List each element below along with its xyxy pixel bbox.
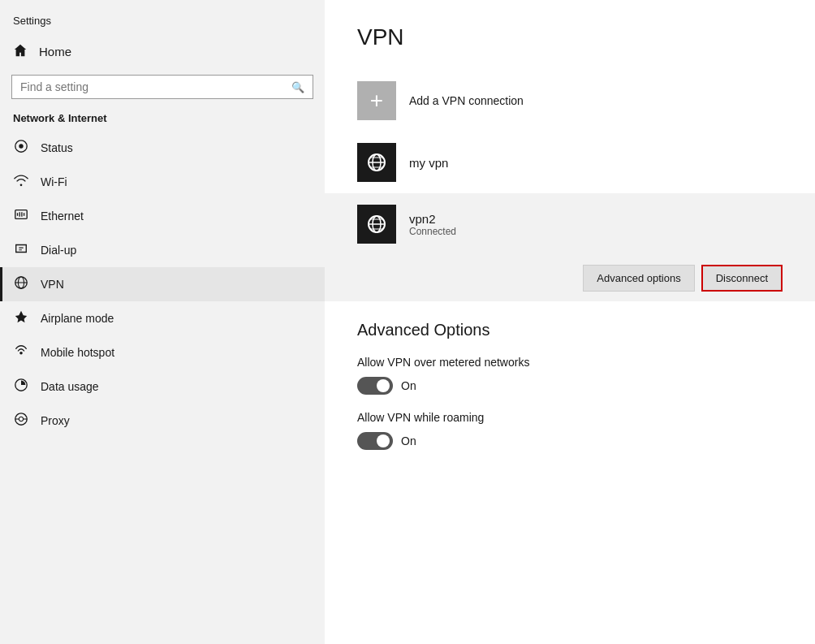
sidebar-item-home[interactable]: Home	[0, 35, 325, 68]
datausage-icon	[13, 378, 29, 395]
svg-point-1	[19, 144, 23, 148]
sidebar-item-vpn[interactable]: VPN	[0, 267, 325, 301]
sidebar: Settings Home 🔍 Network & Internet Statu…	[0, 0, 325, 644]
sidebar-item-airplane[interactable]: Airplane mode	[0, 301, 325, 335]
vpn-item-myvpn[interactable]: my vpn	[357, 132, 783, 193]
add-vpn-icon: +	[357, 81, 396, 120]
toggle-roaming[interactable]	[357, 432, 393, 450]
toggle-row-roaming: On	[357, 432, 783, 450]
search-box[interactable]: 🔍	[11, 75, 313, 99]
home-label: Home	[39, 45, 71, 58]
sidebar-item-label: Data usage	[41, 380, 99, 393]
sidebar-item-datausage[interactable]: Data usage	[0, 370, 325, 404]
vpn-icon-myvpn	[357, 143, 396, 182]
toggle-metered[interactable]	[357, 377, 393, 395]
vpn-icon-vpn2	[357, 205, 396, 244]
home-icon	[13, 43, 28, 60]
main-content: VPN + Add a VPN connection my vpn	[325, 0, 815, 644]
toggle-row-metered: On	[357, 377, 783, 395]
sidebar-item-label: Dial-up	[41, 244, 76, 257]
sidebar-item-label: Airplane mode	[41, 312, 114, 325]
search-input[interactable]	[20, 80, 291, 93]
sidebar-item-label: Ethernet	[41, 210, 84, 223]
app-title: Settings	[0, 0, 325, 35]
advanced-options-section: Advanced Options Allow VPN over metered …	[357, 321, 783, 450]
vpn-nav-icon	[13, 275, 29, 293]
sidebar-item-dialup[interactable]: Dial-up	[0, 233, 325, 267]
vpn-name-vpn2: vpn2	[409, 212, 456, 226]
sidebar-item-hotspot[interactable]: Mobile hotspot	[0, 335, 325, 370]
dialup-icon	[13, 241, 29, 259]
section-heading: Network & Internet	[0, 109, 325, 131]
vpn-item-vpn2[interactable]: vpn2 Connected	[357, 205, 783, 244]
ethernet-icon	[13, 207, 29, 225]
wifi-icon	[13, 173, 29, 191]
vpn-name-myvpn: my vpn	[409, 156, 448, 170]
toggle-track-metered	[357, 377, 393, 395]
sidebar-item-label: Wi-Fi	[41, 175, 67, 188]
vpn-info-myvpn: my vpn	[409, 156, 448, 170]
sidebar-item-ethernet[interactable]: Ethernet	[0, 199, 325, 233]
toggle-thumb-roaming	[377, 434, 390, 447]
page-title: VPN	[357, 24, 783, 50]
advanced-options-button[interactable]: Advanced options	[583, 265, 694, 292]
toggle-label-metered: On	[401, 379, 416, 392]
svg-point-10	[19, 352, 23, 355]
option-metered: Allow VPN over metered networks On	[357, 356, 783, 395]
add-vpn-item[interactable]: + Add a VPN connection	[357, 70, 783, 132]
sidebar-item-label: Mobile hotspot	[41, 346, 114, 359]
sidebar-item-label: VPN	[41, 278, 64, 291]
airplane-icon	[13, 309, 29, 327]
option-roaming-label: Allow VPN while roaming	[357, 411, 783, 424]
sidebar-item-label: Status	[41, 141, 73, 154]
sidebar-item-proxy[interactable]: Proxy	[0, 404, 325, 438]
add-vpn-label: Add a VPN connection	[409, 94, 524, 107]
toggle-track-roaming	[357, 432, 393, 450]
option-metered-label: Allow VPN over metered networks	[357, 356, 783, 369]
sidebar-item-status[interactable]: Status	[0, 131, 325, 165]
advanced-options-title: Advanced Options	[357, 321, 783, 339]
status-icon	[13, 139, 29, 157]
vpn-connected-row[interactable]: vpn2 Connected	[325, 193, 815, 255]
vpn-status-vpn2: Connected	[409, 226, 456, 237]
search-icon: 🔍	[291, 81, 304, 93]
vpn-buttons-row: Advanced options Disconnect	[325, 255, 815, 301]
hotspot-icon	[13, 344, 29, 361]
sidebar-item-label: Proxy	[41, 414, 70, 427]
option-roaming: Allow VPN while roaming On	[357, 411, 783, 450]
vpn-info-vpn2: vpn2 Connected	[409, 212, 456, 237]
svg-point-13	[19, 417, 23, 421]
disconnect-button[interactable]: Disconnect	[701, 265, 783, 292]
toggle-label-roaming: On	[401, 434, 416, 447]
proxy-icon	[13, 412, 29, 430]
toggle-thumb-metered	[377, 379, 390, 392]
sidebar-item-wifi[interactable]: Wi-Fi	[0, 165, 325, 199]
plus-icon: +	[370, 89, 383, 112]
